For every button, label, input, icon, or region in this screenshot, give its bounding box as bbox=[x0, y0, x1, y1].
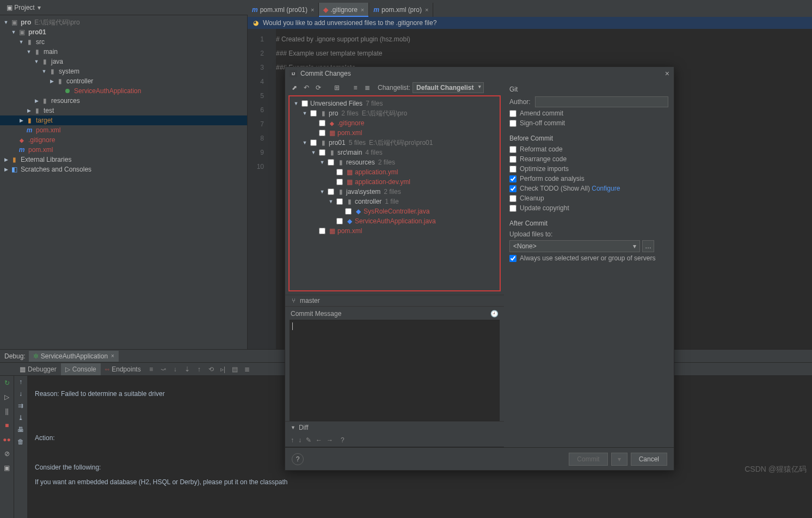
tree-file[interactable]: ▦application.yml bbox=[290, 167, 500, 177]
stop-icon[interactable]: ■ bbox=[2, 421, 12, 430]
checkbox[interactable] bbox=[302, 100, 308, 107]
close-icon[interactable]: × bbox=[111, 353, 114, 359]
scroll-icon[interactable]: ⤓ bbox=[18, 414, 23, 422]
editor-tab-pom-pro01[interactable]: mpom.xml (pro01)× bbox=[248, 3, 319, 17]
checkbox[interactable] bbox=[319, 149, 325, 156]
tree-node-pro01[interactable]: ▼▣pro01 bbox=[0, 27, 247, 37]
tab-debugger[interactable]: ▦Debugger bbox=[15, 363, 61, 375]
tree-node-target[interactable]: ▶▮target bbox=[0, 115, 247, 125]
force-step-icon[interactable]: ⇣ bbox=[181, 365, 193, 373]
cleanup-checkbox[interactable] bbox=[509, 195, 516, 202]
checkbox[interactable] bbox=[336, 169, 343, 175]
tree-file[interactable]: ◆ServiceAuthApplication.java bbox=[290, 216, 500, 226]
browse-button[interactable]: … bbox=[642, 240, 654, 252]
edit-icon[interactable]: ✎ bbox=[306, 436, 311, 444]
cancel-button[interactable]: Cancel bbox=[631, 453, 667, 466]
checkbox[interactable] bbox=[345, 208, 352, 215]
tree-node-controller[interactable]: ▶▮controller bbox=[0, 76, 247, 86]
tree-node-resources[interactable]: ▶▮resources bbox=[0, 96, 247, 106]
tree-node-scratches[interactable]: ▶◧Scratches and Consoles bbox=[0, 164, 247, 174]
optimize-checkbox[interactable] bbox=[509, 166, 516, 173]
tree-node[interactable]: ▼▮pro2 filesE:\后端代码\pro bbox=[290, 108, 500, 118]
more-icon[interactable]: ≣ bbox=[241, 365, 253, 373]
clear-icon[interactable]: 🗑 bbox=[17, 438, 24, 446]
step-out-icon[interactable]: ↑ bbox=[193, 365, 205, 373]
copyright-checkbox[interactable] bbox=[509, 205, 516, 212]
tree-node[interactable]: ▼▮resources2 files bbox=[290, 157, 500, 167]
history-icon[interactable]: 🕘 bbox=[490, 310, 499, 318]
tree-node-pom2[interactable]: mpom.xml bbox=[0, 145, 247, 155]
close-icon[interactable]: × bbox=[665, 69, 669, 78]
reformat-checkbox[interactable] bbox=[509, 146, 516, 153]
checkbox[interactable] bbox=[336, 198, 343, 205]
rearrange-checkbox[interactable] bbox=[509, 156, 516, 163]
amend-checkbox[interactable] bbox=[509, 110, 516, 117]
tree-node[interactable]: ▼▮controller1 file bbox=[290, 197, 500, 206]
help-button[interactable]: ? bbox=[292, 453, 304, 465]
editor-tab-pom-pro[interactable]: mpom.xml (pro)× bbox=[369, 3, 433, 17]
dialog-titlebar[interactable]: IJ Commit Changes × bbox=[285, 67, 674, 80]
checkbox[interactable] bbox=[310, 110, 317, 117]
project-dropdown[interactable]: ▣ Project ▾ bbox=[3, 3, 44, 13]
changelist-select[interactable]: Default Changelist bbox=[413, 82, 484, 93]
back-icon[interactable]: ← bbox=[316, 436, 322, 444]
checkbox[interactable] bbox=[310, 139, 317, 146]
author-input[interactable] bbox=[535, 96, 668, 107]
mute-icon[interactable]: ⊘ bbox=[2, 449, 12, 459]
commit-dropdown[interactable]: ▾ bbox=[611, 453, 628, 466]
expand-icon[interactable]: ⬈ bbox=[290, 83, 299, 93]
checkbox[interactable] bbox=[336, 179, 343, 185]
debug-session-tab[interactable]: ✲ServiceAuthApplication× bbox=[29, 351, 119, 362]
tree-node-gitignore[interactable]: ◆.gitignore bbox=[0, 135, 247, 145]
up-icon[interactable]: ↑ bbox=[19, 378, 22, 386]
tree-node-java[interactable]: ▼▮java bbox=[0, 57, 247, 66]
tree-node-test[interactable]: ▶▮test bbox=[0, 106, 247, 115]
layout-icon[interactable]: ▣ bbox=[2, 463, 12, 473]
tree-node-system[interactable]: ▼▮system bbox=[0, 66, 247, 76]
editor-tab-gitignore[interactable]: ◆.gitignore× bbox=[319, 3, 369, 17]
checkbox[interactable] bbox=[319, 120, 325, 126]
analysis-checkbox[interactable] bbox=[509, 175, 516, 182]
checkbox[interactable] bbox=[336, 218, 343, 224]
prev-change-icon[interactable]: ↑ bbox=[291, 436, 294, 444]
collapse-all-icon[interactable]: ≣ bbox=[362, 83, 372, 93]
tree-file[interactable]: ◆.gitignore bbox=[290, 118, 500, 128]
tab-console[interactable]: ▷Console bbox=[61, 363, 101, 375]
commit-message-input[interactable] bbox=[290, 320, 500, 421]
upload-select[interactable]: <None> bbox=[509, 240, 640, 252]
checkbox[interactable] bbox=[328, 159, 334, 166]
always-server-checkbox[interactable] bbox=[509, 255, 516, 262]
tree-node-extlib[interactable]: ▶▮External Libraries bbox=[0, 155, 247, 164]
tree-node-serviceauth[interactable]: ServiceAuthApplication bbox=[0, 86, 247, 96]
close-icon[interactable]: × bbox=[425, 7, 428, 13]
step-into-icon[interactable]: ↓ bbox=[169, 365, 181, 373]
tree-node[interactable]: ▼▮src\main4 files bbox=[290, 148, 500, 157]
branch-row[interactable]: ⑂master bbox=[285, 295, 504, 307]
close-icon[interactable]: × bbox=[311, 7, 314, 13]
notification-bar[interactable]: ◕ Would you like to add unversioned file… bbox=[248, 17, 812, 29]
tree-node[interactable]: ▼▮pro015 filesE:\后端代码\pro\pro01 bbox=[290, 138, 500, 148]
step-over-icon[interactable]: ⤻ bbox=[157, 365, 169, 373]
tree-file[interactable]: ▦pom.xml bbox=[290, 128, 500, 138]
commit-button[interactable]: Commit bbox=[569, 453, 607, 466]
refresh-icon[interactable]: ⟳ bbox=[313, 83, 323, 93]
diff-section[interactable]: ▼Diff bbox=[285, 421, 504, 433]
checkbox[interactable] bbox=[328, 188, 334, 195]
tree-node[interactable]: ▼▮java\system2 files bbox=[290, 187, 500, 197]
tree-node-src[interactable]: ▼▮src bbox=[0, 37, 247, 47]
tab-endpoints[interactable]: ◦◦Endpoints bbox=[101, 363, 145, 375]
pause-icon[interactable]: || bbox=[2, 406, 12, 416]
run-to-cursor-icon[interactable]: ▹| bbox=[217, 365, 229, 373]
signoff-checkbox[interactable] bbox=[509, 120, 516, 127]
configure-link[interactable]: Configure bbox=[592, 185, 620, 192]
rerun-icon[interactable]: ↻ bbox=[2, 378, 12, 388]
tree-file[interactable]: ◆SysRoleController.java bbox=[290, 206, 500, 216]
expand-all-icon[interactable]: ≡ bbox=[350, 83, 360, 93]
todo-checkbox[interactable] bbox=[509, 185, 516, 192]
unversioned-group[interactable]: ▼Unversioned Files7 files bbox=[290, 99, 500, 108]
tree-file[interactable]: ▦application-dev.yml bbox=[290, 177, 500, 187]
forward-icon[interactable]: → bbox=[327, 436, 333, 444]
tree-node-pom1[interactable]: mpom.xml bbox=[0, 125, 247, 135]
wrap-icon[interactable]: ⇉ bbox=[18, 402, 23, 410]
checkbox[interactable] bbox=[319, 228, 325, 234]
